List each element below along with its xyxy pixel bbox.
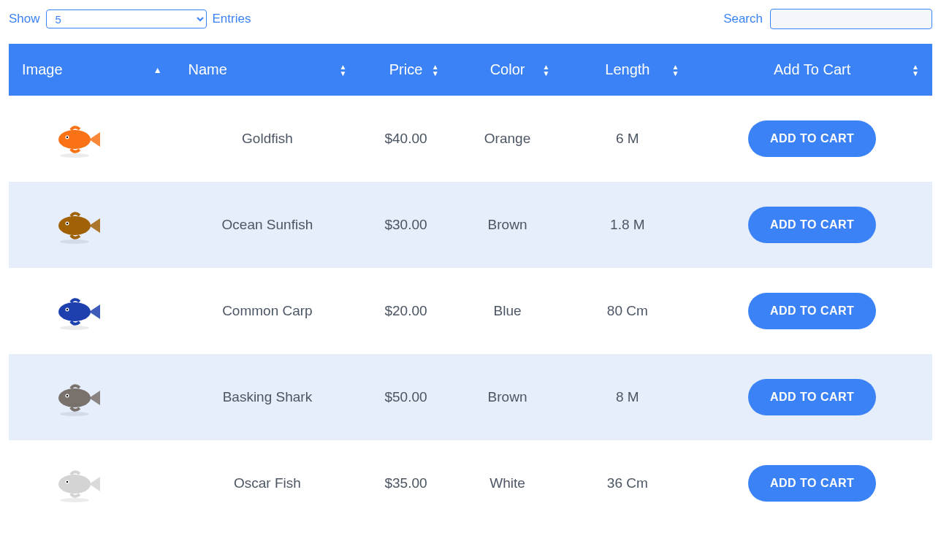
- col-name-label: Name: [188, 61, 227, 77]
- fish-icon: [45, 285, 111, 337]
- fish-icon: [45, 372, 111, 423]
- cell-color: Orange: [452, 96, 563, 182]
- table-header-row: Image ▲ Name ▲▼ Price ▲▼ Color ▲▼ Length…: [9, 44, 932, 96]
- cell-add: ADD TO CART: [692, 268, 932, 354]
- show-label: Show: [9, 12, 40, 26]
- cell-length: 6 M: [563, 96, 692, 182]
- sort-both-icon: ▲▼: [671, 64, 679, 76]
- svg-point-13: [66, 308, 68, 310]
- col-add-label: Add To Cart: [774, 61, 850, 77]
- sort-both-icon: ▲▼: [432, 64, 439, 76]
- cell-length: 80 Cm: [563, 268, 692, 354]
- cell-name: Common Carp: [175, 268, 360, 354]
- cell-add: ADD TO CART: [692, 440, 932, 526]
- cell-color: Brown: [452, 354, 563, 440]
- svg-marker-6: [89, 218, 100, 233]
- svg-point-15: [58, 388, 91, 407]
- svg-point-19: [60, 412, 89, 416]
- search-label: Search: [723, 12, 763, 26]
- col-image[interactable]: Image ▲: [9, 44, 175, 96]
- cell-image: [9, 440, 175, 526]
- cell-image: [9, 268, 175, 354]
- col-name[interactable]: Name ▲▼: [175, 44, 360, 96]
- svg-point-20: [58, 475, 91, 494]
- col-price[interactable]: Price ▲▼: [359, 44, 452, 96]
- cell-length: 36 Cm: [563, 440, 692, 526]
- table-controls: Show 5 Entries Search: [9, 9, 932, 29]
- cell-price: $20.00: [359, 268, 452, 354]
- svg-marker-11: [89, 304, 100, 319]
- fish-icon: [45, 458, 111, 509]
- svg-point-10: [58, 302, 91, 321]
- cell-image: [9, 182, 175, 268]
- svg-point-0: [58, 130, 91, 149]
- col-color[interactable]: Color ▲▼: [452, 44, 563, 96]
- col-color-label: Color: [490, 61, 525, 77]
- table-row: Common Carp $20.00 Blue 80 Cm ADD TO CAR…: [9, 268, 932, 354]
- svg-marker-21: [89, 477, 100, 491]
- cell-color: White: [452, 440, 563, 526]
- cell-name: Ocean Sunfish: [175, 182, 360, 268]
- cell-color: Brown: [452, 182, 563, 268]
- entries-control: Show 5 Entries: [9, 9, 251, 28]
- sort-both-icon: ▲▼: [912, 64, 919, 76]
- sort-asc-icon: ▲: [153, 67, 162, 73]
- add-to-cart-button[interactable]: ADD TO CART: [748, 379, 876, 415]
- search-control: Search: [723, 9, 932, 29]
- svg-point-5: [58, 216, 91, 235]
- add-to-cart-button[interactable]: ADD TO CART: [748, 120, 876, 157]
- cell-name: Oscar Fish: [175, 440, 360, 526]
- cell-price: $30.00: [359, 182, 452, 268]
- cell-image: [9, 354, 175, 440]
- col-length[interactable]: Length ▲▼: [563, 44, 692, 96]
- cell-add: ADD TO CART: [692, 182, 932, 268]
- svg-marker-16: [89, 391, 100, 405]
- svg-point-9: [60, 239, 89, 244]
- fish-icon: [45, 199, 111, 250]
- svg-point-23: [66, 480, 68, 482]
- cell-length: 1.8 M: [563, 182, 692, 268]
- table-row: Oscar Fish $35.00 White 36 Cm ADD TO CAR…: [9, 440, 932, 526]
- svg-point-3: [66, 136, 68, 137]
- cell-name: Goldfish: [175, 96, 360, 182]
- table-row: Ocean Sunfish $30.00 Brown 1.8 M ADD TO …: [9, 182, 932, 268]
- entries-select[interactable]: 5: [46, 9, 207, 28]
- svg-point-14: [60, 326, 89, 330]
- cell-color: Blue: [452, 268, 563, 354]
- sort-both-icon: ▲▼: [542, 64, 549, 76]
- cell-price: $50.00: [359, 354, 452, 440]
- fish-icon: [45, 113, 111, 164]
- col-price-label: Price: [389, 61, 423, 77]
- search-input[interactable]: [770, 9, 932, 29]
- cell-price: $40.00: [359, 96, 452, 182]
- cell-add: ADD TO CART: [692, 96, 932, 182]
- product-table: Image ▲ Name ▲▼ Price ▲▼ Color ▲▼ Length…: [9, 44, 932, 526]
- svg-point-18: [66, 394, 68, 396]
- entries-label: Entries: [213, 12, 251, 26]
- cell-add: ADD TO CART: [692, 354, 932, 440]
- col-add[interactable]: Add To Cart ▲▼: [692, 44, 932, 96]
- col-image-label: Image: [22, 61, 63, 77]
- add-to-cart-button[interactable]: ADD TO CART: [748, 293, 876, 329]
- table-row: Basking Shark $50.00 Brown 8 M ADD TO CA…: [9, 354, 932, 440]
- add-to-cart-button[interactable]: ADD TO CART: [748, 465, 876, 502]
- svg-point-4: [60, 153, 89, 158]
- add-to-cart-button[interactable]: ADD TO CART: [748, 207, 876, 243]
- svg-point-8: [66, 222, 68, 223]
- svg-point-24: [60, 498, 89, 502]
- cell-length: 8 M: [563, 354, 692, 440]
- cell-name: Basking Shark: [175, 354, 360, 440]
- sort-both-icon: ▲▼: [339, 64, 346, 76]
- table-row: Goldfish $40.00 Orange 6 M ADD TO CART: [9, 96, 932, 182]
- cell-price: $35.00: [359, 440, 452, 526]
- col-length-label: Length: [605, 61, 649, 77]
- svg-marker-1: [89, 132, 100, 147]
- cell-image: [9, 96, 175, 182]
